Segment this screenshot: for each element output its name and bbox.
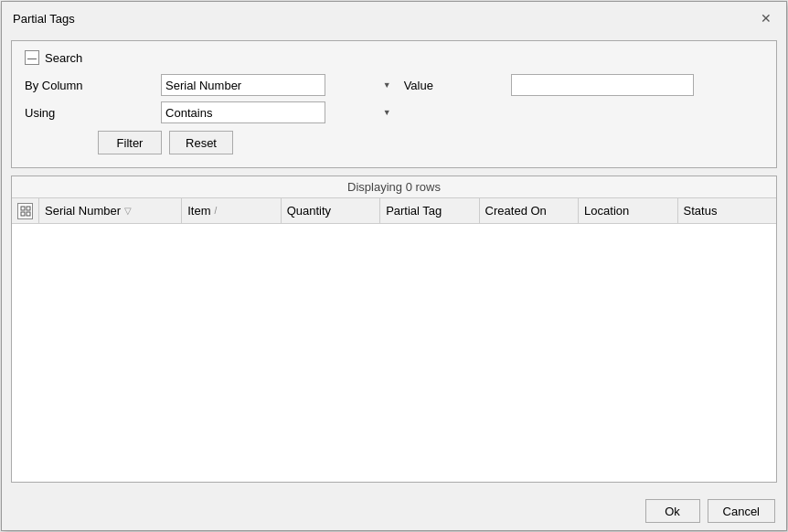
grid-header-location[interactable]: Location (579, 198, 677, 223)
cancel-button[interactable]: Cancel (708, 499, 775, 523)
grid-status: Displaying 0 rows (12, 176, 776, 198)
using-dropdown-icon: ▼ (383, 108, 391, 117)
dialog-title: Partial Tags (13, 12, 75, 26)
close-button[interactable]: ✕ (757, 9, 775, 27)
ok-button[interactable]: Ok (645, 499, 700, 523)
by-column-label: By Column (25, 79, 152, 92)
grid-header-quantity[interactable]: Quantity (282, 198, 380, 223)
collapse-button[interactable]: — (25, 50, 39, 65)
using-select-wrapper: Contains Equals Starts With Ends With ▼ (161, 101, 395, 123)
grid-body (12, 224, 776, 482)
svg-rect-0 (21, 207, 25, 210)
svg-rect-2 (21, 212, 25, 216)
item-sort-icon: / (215, 206, 218, 216)
by-column-select[interactable]: Serial Number Item Quantity Partial Tag … (161, 74, 325, 96)
reset-button[interactable]: Reset (169, 131, 233, 154)
grid-header-status[interactable]: Status (678, 198, 776, 223)
search-section-title: Search (45, 51, 82, 65)
search-group-header: — Search (25, 50, 763, 65)
using-label: Using (25, 106, 152, 120)
partial-tags-dialog: Partial Tags ✕ — Search By Column Serial… (1, 1, 787, 531)
grid-header: Serial Number ▽ Item / Quantity Partial … (12, 198, 776, 224)
grid-header-item[interactable]: Item / (182, 198, 281, 223)
grid-icon (17, 203, 33, 219)
dialog-footer: Ok Cancel (2, 492, 786, 530)
serial-number-sort-icon: ▽ (124, 206, 132, 216)
value-label: Value (404, 79, 503, 92)
dialog-body: — Search By Column Serial Number Item Qu… (2, 35, 786, 492)
value-input[interactable] (511, 74, 694, 96)
grid-header-partial-tag[interactable]: Partial Tag (380, 198, 479, 223)
grid-header-icon-col (12, 198, 39, 223)
filter-button[interactable]: Filter (98, 131, 162, 154)
using-select[interactable]: Contains Equals Starts With Ends With (161, 101, 325, 123)
search-fields: By Column Serial Number Item Quantity Pa… (25, 74, 763, 123)
grid-section: Displaying 0 rows Serial Numbe (11, 176, 777, 483)
filter-row: Filter Reset (25, 131, 763, 154)
svg-rect-3 (27, 212, 30, 216)
title-bar: Partial Tags ✕ (2, 2, 786, 35)
svg-rect-1 (27, 207, 30, 210)
table-icon (20, 206, 31, 217)
grid-header-serial-number[interactable]: Serial Number ▽ (39, 198, 182, 223)
by-column-select-wrapper: Serial Number Item Quantity Partial Tag … (161, 74, 395, 96)
search-group: — Search By Column Serial Number Item Qu… (11, 40, 777, 168)
grid-header-created-on[interactable]: Created On (480, 198, 579, 223)
by-column-dropdown-icon: ▼ (383, 80, 391, 90)
